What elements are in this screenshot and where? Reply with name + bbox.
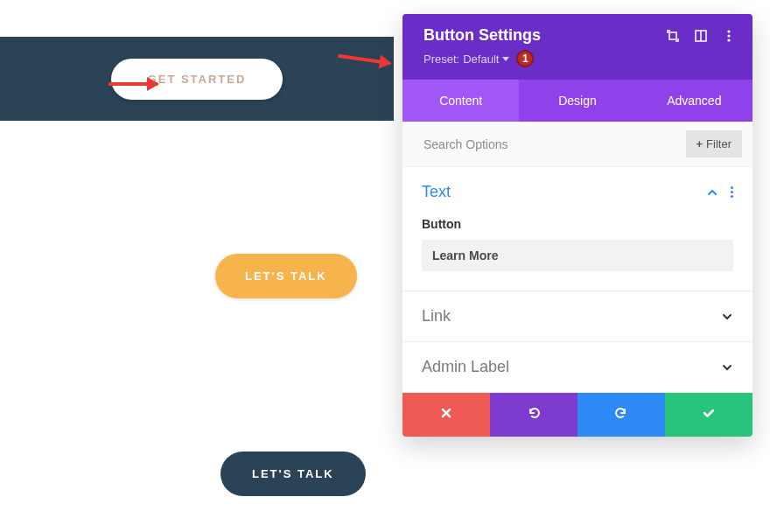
preset-label: Preset: [424,52,459,66]
chevron-down-icon[interactable] [721,361,733,374]
tab-advanced[interactable]: Advanced [636,80,752,122]
button-text-input[interactable] [422,240,733,271]
search-row: Search Options + Filter [402,122,752,167]
settings-tabs: Content Design Advanced [402,80,752,122]
section-text: Text Button [402,167,752,291]
close-button[interactable] [402,393,490,437]
confirm-button[interactable] [665,393,752,437]
section-text-header[interactable]: Text [402,167,752,217]
redo-button[interactable] [578,393,665,437]
tab-design[interactable]: Design [519,80,635,122]
section-more-icon[interactable] [731,186,733,198]
section-admin-title: Admin Label [422,358,509,376]
annotation-arrow-left [108,82,158,86]
section-link-title: Link [422,307,451,326]
preset-value: Default [463,52,499,66]
section-text-title: Text [422,183,451,201]
lets-talk-button-orange[interactable]: LET'S TALK [215,254,357,298]
close-icon [440,407,452,423]
svg-point-4 [727,34,730,37]
preset-selector[interactable]: Preset: Default 1 [424,50,735,67]
modal-footer [402,393,752,437]
get-started-button[interactable]: GET STARTED [111,59,284,100]
panel-icon[interactable] [695,30,707,42]
modal-title: Button Settings [424,26,541,45]
section-link-header[interactable]: Link [402,291,752,341]
undo-icon [527,406,541,424]
chevron-down-icon [502,57,509,61]
section-admin-label: Admin Label [402,342,752,393]
tab-content[interactable]: Content [402,80,519,122]
filter-label: Filter [706,137,732,150]
hero-banner: GET STARTED [0,37,394,121]
svg-point-5 [727,38,730,41]
filter-button[interactable]: + Filter [686,130,742,158]
annotation-step-badge: 1 [516,50,534,67]
modal-header[interactable]: Button Settings [402,14,752,80]
expand-icon[interactable] [667,30,679,42]
svg-point-3 [727,30,730,32]
check-icon [702,406,716,424]
section-admin-header[interactable]: Admin Label [402,342,752,392]
button-settings-modal: Button Settings [402,14,752,437]
button-text-label: Button [422,217,733,231]
more-icon[interactable] [723,30,735,42]
lets-talk-button-dark[interactable]: LET'S TALK [220,452,366,496]
undo-button[interactable] [490,393,578,437]
svg-rect-0 [669,32,676,39]
search-input[interactable]: Search Options [424,137,508,151]
chevron-up-icon[interactable] [706,186,718,199]
section-link: Link [402,291,752,342]
plus-icon: + [696,137,704,150]
chevron-down-icon[interactable] [721,311,733,323]
redo-icon [614,406,628,424]
